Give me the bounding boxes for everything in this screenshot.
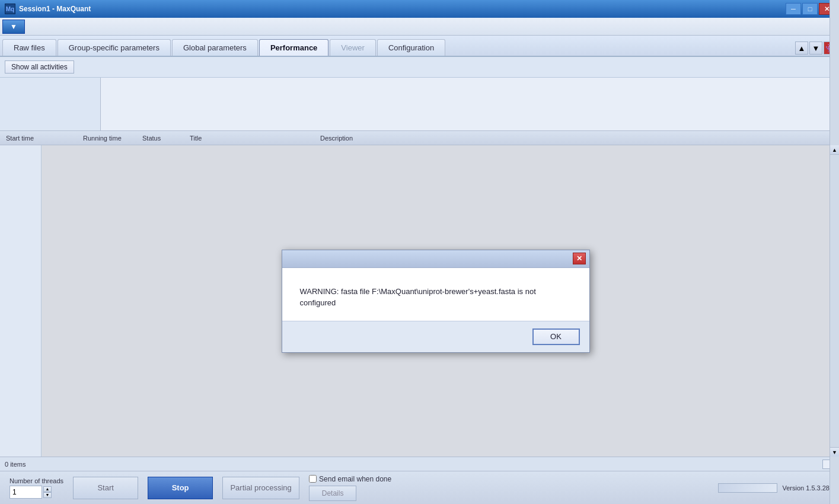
table-header: Start time Running time Status Title Des… <box>0 131 839 145</box>
tab-global-params[interactable]: Global parameters <box>172 39 258 56</box>
maximize-button[interactable]: □ <box>802 3 818 15</box>
version-text: Version 1.5.3.28 <box>782 484 830 492</box>
content-area: ✕ WARNING: fasta file F:\MaxQuant\unipro… <box>42 145 830 457</box>
title-controls: ─ □ ✕ <box>786 3 834 15</box>
scroll-down-button[interactable]: ▼ <box>830 447 839 457</box>
left-sidebar <box>0 145 42 457</box>
status-bar: 0 items <box>0 457 839 471</box>
email-section: Send email when done Details <box>309 475 391 501</box>
activities-content <box>101 78 839 130</box>
threads-section: Number of threads ▲ ▼ <box>9 477 63 499</box>
dialog-overlay: ✕ WARNING: fasta file F:\MaxQuant\unipro… <box>42 145 830 457</box>
col-header-status: Status <box>139 135 186 142</box>
warning-dialog: ✕ WARNING: fasta file F:\MaxQuant\unipro… <box>282 250 590 353</box>
col-header-title: Title <box>186 135 317 142</box>
activities-list <box>0 78 101 130</box>
dialog-message: WARNING: fasta file F:\MaxQuant\uniprot-… <box>300 286 572 309</box>
start-button[interactable]: Start <box>73 477 138 499</box>
ok-button[interactable]: OK <box>532 328 580 345</box>
app-body: ▼ Raw files Group-specific parameters Gl… <box>0 18 839 504</box>
threads-label: Number of threads <box>9 477 63 484</box>
main-scrollbar: ▲ ▼ <box>830 145 839 457</box>
activities-bar: Show all activities <box>0 57 839 78</box>
email-checkbox[interactable] <box>309 475 317 483</box>
version-progress-bar <box>718 483 777 493</box>
col-header-running-time: Running time <box>79 135 139 142</box>
toolbar: ▼ <box>0 18 839 36</box>
dialog-close-button[interactable]: ✕ <box>573 253 586 264</box>
activities-panel <box>0 78 839 131</box>
threads-spinner: ▲ ▼ <box>43 486 52 498</box>
tab-scroll-up-button[interactable]: ▲ <box>795 42 808 55</box>
scroll-up-button[interactable]: ▲ <box>830 145 839 155</box>
app-icon: Mq <box>5 4 15 14</box>
tab-scroll-down-button[interactable]: ▼ <box>809 42 822 55</box>
tab-viewer: Viewer <box>330 39 376 56</box>
menu-button[interactable]: ▼ <box>2 20 25 34</box>
tab-performance[interactable]: Performance <box>259 39 328 56</box>
window-title: Session1 - MaxQuant <box>19 5 91 13</box>
minimize-button[interactable]: ─ <box>786 3 801 15</box>
details-button[interactable]: Details <box>309 486 356 501</box>
items-count: 0 items <box>5 461 25 468</box>
scroll-track <box>830 155 839 447</box>
email-label: Send email when done <box>319 475 391 483</box>
main-content: ✕ WARNING: fasta file F:\MaxQuant\unipro… <box>0 145 839 457</box>
tab-configuration[interactable]: Configuration <box>377 39 445 56</box>
threads-decrement-button[interactable]: ▼ <box>43 492 52 498</box>
col-header-description: Description <box>317 135 837 142</box>
dialog-footer: OK <box>282 321 589 352</box>
threads-input-row: ▲ ▼ <box>9 486 63 499</box>
tab-group-specific[interactable]: Group-specific parameters <box>58 39 171 56</box>
show-activities-button[interactable]: Show all activities <box>5 60 74 74</box>
partial-processing-button[interactable]: Partial processing <box>222 477 299 499</box>
email-label-row: Send email when done <box>309 475 391 483</box>
version-area: Version 1.5.3.28 <box>718 483 830 493</box>
dialog-titlebar: ✕ <box>282 250 589 268</box>
threads-increment-button[interactable]: ▲ <box>43 486 52 492</box>
title-bar: Mq Session1 - MaxQuant ─ □ ✕ <box>0 0 839 18</box>
dialog-body: WARNING: fasta file F:\MaxQuant\uniprot-… <box>282 268 589 321</box>
tab-raw-files[interactable]: Raw files <box>2 39 56 56</box>
threads-input[interactable] <box>9 486 42 499</box>
col-header-start-time: Start time <box>2 135 79 142</box>
stop-button[interactable]: Stop <box>148 477 213 499</box>
bottom-toolbar: Number of threads ▲ ▼ Start Stop Partial… <box>0 471 839 504</box>
tab-bar: Raw files Group-specific parameters Glob… <box>0 36 839 57</box>
title-left: Mq Session1 - MaxQuant <box>5 4 91 14</box>
